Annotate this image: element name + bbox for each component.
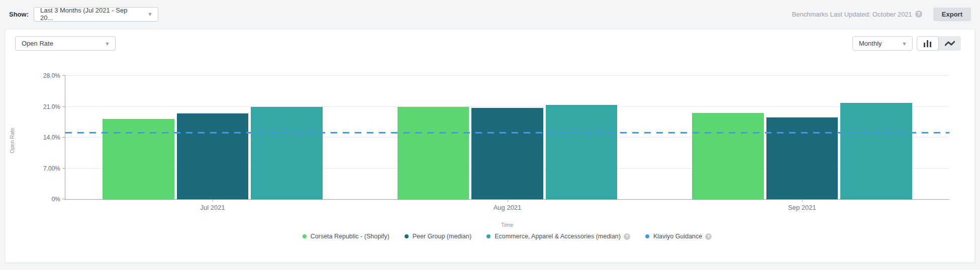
chevron-down-icon: ▼	[896, 41, 907, 47]
bar[interactable]	[840, 103, 912, 199]
bar[interactable]	[546, 105, 618, 199]
legend-item[interactable]: Peer Group (median)	[405, 233, 471, 240]
y-axis-title: Open Rate	[9, 115, 15, 166]
legend-help-icon[interactable]: ?	[624, 233, 630, 240]
x-tick-mark	[802, 200, 803, 202]
benchmarks-updated-text: Benchmarks Last Updated: October 2021	[792, 11, 912, 18]
bar-chart-icon	[923, 40, 932, 48]
x-tick-mark	[508, 200, 508, 202]
benchmarks-help-icon[interactable]: ?	[915, 11, 922, 18]
legend-label: Peer Group (median)	[413, 233, 471, 240]
x-tick-label: Sep 2021	[788, 204, 816, 211]
y-tick-label: 28.0%	[43, 72, 60, 79]
legend-dot	[405, 234, 409, 238]
legend-label: Klaviyo Guidance	[653, 233, 702, 240]
y-tick-mark	[62, 106, 65, 107]
bar[interactable]	[471, 108, 543, 199]
y-tick-label: 14.0%	[43, 134, 60, 141]
legend: Corseta Republic - (Shopify)Peer Group (…	[65, 233, 949, 240]
x-tick-label: Jul 2021	[201, 204, 225, 211]
line-chart-toggle[interactable]	[939, 36, 961, 51]
legend-dot	[486, 234, 491, 238]
y-tick-label: 7.00%	[43, 165, 60, 172]
metric-dropdown[interactable]: Open Rate ▼	[15, 36, 116, 51]
date-range-dropdown[interactable]: Last 3 Months (Jul 2021 - Sep 20... ▼	[34, 7, 158, 22]
bar[interactable]	[766, 117, 838, 199]
gridline	[65, 75, 949, 76]
y-tick-mark	[62, 75, 65, 76]
line-chart-icon	[945, 40, 955, 47]
y-tick-label: 21.0%	[43, 103, 60, 110]
legend-help-icon[interactable]: ?	[705, 233, 712, 240]
export-button[interactable]: Export	[933, 8, 971, 21]
bar-chart-toggle[interactable]	[917, 36, 939, 51]
legend-label: Corseta Republic - (Shopify)	[311, 233, 389, 240]
plot-area: 0%7.00%14.0%21.0%28.0%Jul 2021Aug 2021Se…	[65, 76, 949, 200]
y-tick-mark	[62, 199, 65, 199]
chevron-down-icon: ▼	[141, 11, 153, 17]
topbar: Show: Last 3 Months (Jul 2021 - Sep 20..…	[0, 0, 980, 28]
legend-item[interactable]: Ecommerce, Apparel & Accessories (median…	[486, 233, 630, 240]
x-axis-title: Time	[65, 222, 949, 228]
y-tick-label: 0%	[52, 196, 60, 203]
guidance-line	[65, 132, 949, 133]
chevron-down-icon: ▼	[99, 41, 110, 47]
bar[interactable]	[103, 119, 174, 199]
chart-card: Open Rate ▼ Monthly ▼ Open Rate 0%7.0	[5, 29, 975, 263]
interval-dropdown[interactable]: Monthly ▼	[852, 36, 913, 51]
legend-item[interactable]: Corseta Republic - (Shopify)	[303, 233, 389, 240]
legend-dot	[303, 234, 307, 238]
legend-dot	[645, 234, 649, 238]
legend-label: Ecommerce, Apparel & Accessories (median…	[495, 233, 621, 240]
metric-dropdown-value: Open Rate	[22, 40, 53, 47]
bar[interactable]	[692, 113, 764, 199]
bar[interactable]	[398, 107, 469, 200]
interval-dropdown-value: Monthly	[859, 40, 882, 47]
gridline	[65, 106, 949, 107]
chart-type-toggle	[917, 36, 961, 51]
bar[interactable]	[251, 107, 323, 200]
x-tick-label: Aug 2021	[494, 204, 522, 211]
show-label: Show:	[9, 11, 29, 18]
y-tick-mark	[62, 168, 65, 169]
date-range-value: Last 3 Months (Jul 2021 - Sep 20...	[40, 7, 141, 22]
topbar-right: Benchmarks Last Updated: October 2021 ? …	[792, 8, 971, 21]
bar[interactable]	[177, 113, 249, 199]
x-tick-mark	[213, 200, 213, 202]
y-tick-mark	[62, 137, 65, 138]
legend-item[interactable]: Klaviyo Guidance?	[645, 233, 712, 240]
